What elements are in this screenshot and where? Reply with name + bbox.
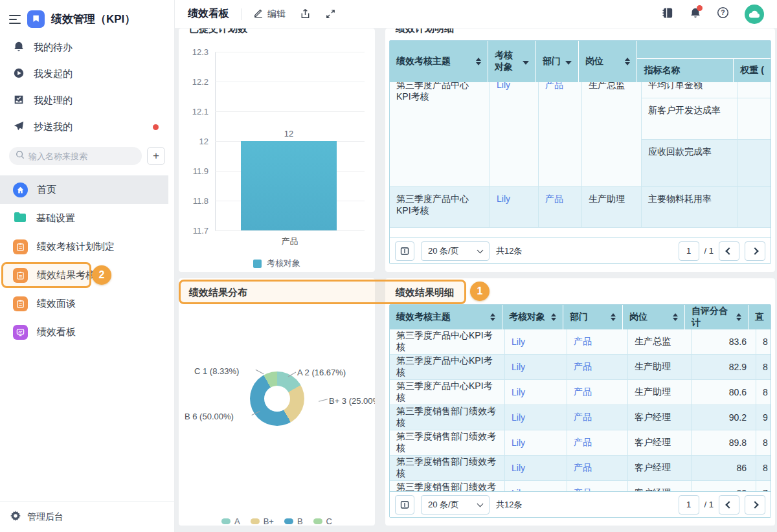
sort-icon[interactable] <box>625 58 630 65</box>
indicator-row[interactable]: 平均订单金额 <box>642 82 771 98</box>
sidebar-item-plan-making[interactable]: 绩效考核计划制定 <box>0 232 174 261</box>
filter-icon[interactable] <box>523 61 529 65</box>
help-icon[interactable]: ? <box>717 6 729 21</box>
share-icon[interactable] <box>300 8 311 19</box>
sort-icon[interactable] <box>673 313 678 321</box>
cell-dept-link[interactable]: 产品 <box>567 380 628 405</box>
column-header-target[interactable]: 考核对象 <box>488 41 536 82</box>
bar[interactable] <box>241 141 337 230</box>
sidebar-item-result-assessment[interactable]: 绩效结果考核 2 <box>0 261 174 289</box>
indicator-row[interactable]: 新客户开发达成率 <box>642 98 771 140</box>
cell-dept-link[interactable]: 产品 <box>567 355 628 379</box>
column-header-weight[interactable]: 权重 ( <box>734 59 771 82</box>
sidebar-item-my-todo[interactable]: 我的待办 <box>0 34 174 61</box>
table-body-viewport[interactable]: 第三季度产品中心KPI考核 Lily 产品 生产总监 平均订单金额 <box>390 82 771 238</box>
table-row[interactable]: 第三季度销售部门绩效考核 Lily 产品 客户经理 90.2 9 <box>390 405 771 430</box>
cell-dept-link[interactable]: 产品 <box>567 456 628 480</box>
folder-icon <box>13 211 27 226</box>
cell-target-link[interactable]: Lily <box>505 380 567 405</box>
table-row[interactable]: 第三季度销售部门绩效考核 Lily 产品 客户经理 82 7 <box>390 481 771 491</box>
column-header-post[interactable]: 岗位 <box>579 41 637 82</box>
next-page-button[interactable] <box>745 495 765 515</box>
cell-target-link[interactable]: Lily <box>505 355 567 379</box>
total-count: 共12条 <box>496 499 522 511</box>
filter-icon[interactable] <box>565 61 572 65</box>
indicator-row[interactable]: 主要物料耗用率 <box>642 187 771 227</box>
cell-clipped-score: 8 <box>756 430 771 455</box>
page-jump-icon[interactable] <box>395 495 414 515</box>
sort-icon[interactable] <box>611 313 616 321</box>
sort-icon[interactable] <box>490 313 495 321</box>
prev-page-button[interactable] <box>719 241 739 261</box>
next-page-button[interactable] <box>745 241 765 261</box>
cell-target-link[interactable]: Lily <box>490 187 539 227</box>
column-header-dept[interactable]: 部门 <box>536 41 579 82</box>
column-header-clipped[interactable]: 直 <box>749 305 771 329</box>
legend-item[interactable]: B+ <box>251 516 274 526</box>
cell-target-link[interactable]: Lily <box>490 82 539 186</box>
table-row[interactable]: 第三季度产品中心KPI考核 Lily 产品 生产助理 82.9 8 <box>390 355 771 380</box>
cell-dept-link[interactable]: 产品 <box>539 82 582 186</box>
sidebar-item-cc-to-me[interactable]: 抄送我的 <box>0 114 174 140</box>
table-row[interactable]: 第三季度销售部门绩效考核 Lily 产品 客户经理 86 8 <box>390 456 771 481</box>
table-row[interactable]: 第三季度产品中心KPI考核 Lily 产品 生产总监 83.6 8 <box>390 329 771 355</box>
sidebar-item-home[interactable]: 首页 <box>0 175 168 204</box>
edit-button[interactable]: 编辑 <box>253 8 286 20</box>
avatar[interactable] <box>745 5 764 24</box>
cell-target-link[interactable]: Lily <box>505 481 567 491</box>
table-row[interactable]: 第三季度销售部门绩效考核 Lily 产品 客户经理 89.8 8 <box>390 430 771 456</box>
sidebar-item-basic-settings[interactable]: 基础设置 <box>0 204 174 232</box>
leader-line <box>319 399 328 401</box>
cell-dept-link[interactable]: 产品 <box>567 481 628 491</box>
column-header-post[interactable]: 岗位 <box>623 305 685 329</box>
page-input[interactable]: 1 <box>679 495 699 515</box>
table-body-viewport[interactable]: 第三季度产品中心KPI考核 Lily 产品 生产总监 83.6 8 第三季度产品… <box>390 329 771 491</box>
page-input[interactable]: 1 <box>679 241 699 261</box>
indicator-rows: 主要物料耗用率 <box>642 187 771 227</box>
cell-dept-link[interactable]: 产品 <box>567 405 628 430</box>
column-header-target[interactable]: 考核对象 <box>502 305 563 329</box>
search-input[interactable] <box>28 151 126 161</box>
group-header-top <box>637 41 771 59</box>
column-header-dept[interactable]: 部门 <box>563 305 623 329</box>
sidebar-item-interview[interactable]: 绩效面谈 <box>0 289 174 318</box>
sidebar-item-my-initiated[interactable]: 我发起的 <box>0 61 174 87</box>
notifications-bell-icon[interactable] <box>690 7 701 21</box>
column-header-self-score[interactable]: 自评分合计 <box>685 305 749 329</box>
cell-dept-link[interactable]: 产品 <box>539 187 582 227</box>
cell-dept-link[interactable]: 产品 <box>567 329 628 354</box>
sidebar-item-dashboard[interactable]: 绩效看板 <box>0 318 174 346</box>
add-button[interactable]: + <box>147 147 165 165</box>
legend-item[interactable]: C <box>313 516 332 526</box>
column-header-indicator[interactable]: 指标名称 <box>637 59 734 82</box>
legend-item[interactable]: B <box>284 516 303 526</box>
divider <box>241 8 242 20</box>
cell-target-link[interactable]: Lily <box>505 329 567 354</box>
panel-title: 绩效结果明细 <box>385 278 775 304</box>
legend-item[interactable]: A <box>221 516 240 526</box>
page-size-select[interactable]: 20 条/页 <box>421 495 490 515</box>
sidebar-item-my-processed[interactable]: 我处理的 <box>0 87 174 114</box>
search-box[interactable] <box>9 147 142 165</box>
table-row[interactable]: 第三季度产品中心KPI考核 Lily 产品 生产助理 80.6 8 <box>390 380 771 405</box>
cell-target-link[interactable]: Lily <box>505 430 567 455</box>
notebook-icon[interactable] <box>662 7 674 21</box>
indicator-row[interactable]: 应收回款完成率 <box>642 140 771 186</box>
sort-icon[interactable] <box>551 313 556 321</box>
prev-page-button[interactable] <box>719 495 739 515</box>
cell-target-link[interactable]: Lily <box>505 405 567 430</box>
cell-dept-link[interactable]: 产品 <box>567 430 628 455</box>
sort-icon[interactable] <box>736 313 741 321</box>
column-header-theme[interactable]: 绩效考核主题 <box>390 305 502 329</box>
cell-target-link[interactable]: Lily <box>505 456 567 480</box>
column-header-theme[interactable]: 绩效考核主题 <box>390 41 488 82</box>
fullscreen-icon[interactable] <box>325 8 336 19</box>
cell-self-score: 82.9 <box>692 355 756 379</box>
page-jump-icon[interactable] <box>395 241 414 261</box>
table-row[interactable]: 第三季度产品中心KPI考核 Lily 产品 生产助理 主要物料耗用率 <box>390 187 771 228</box>
collapse-sidebar-icon[interactable] <box>9 15 21 24</box>
page-size-select[interactable]: 20 条/页 <box>421 241 490 261</box>
table-row[interactable]: 第三季度产品中心KPI考核 Lily 产品 生产总监 平均订单金额 <box>390 82 771 187</box>
sort-icon[interactable] <box>476 58 481 65</box>
sidebar-item-admin[interactable]: 管理后台 <box>0 501 174 532</box>
